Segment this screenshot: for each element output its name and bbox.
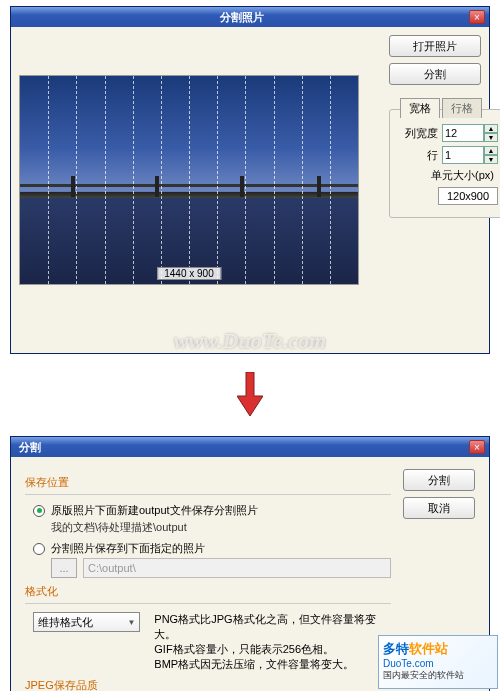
brand-domain: DuoTe.com xyxy=(383,658,493,669)
brand-tagline: 国内最安全的软件站 xyxy=(383,669,493,682)
col-width-label: 列宽度 xyxy=(398,126,438,141)
radio-custom-folder[interactable] xyxy=(33,543,45,555)
radio1-path: 我的文档\待处理描述\output xyxy=(51,520,391,535)
group-format: 格式化 xyxy=(25,584,391,599)
titlebar[interactable]: 分割照片 × xyxy=(11,7,489,27)
close-icon[interactable]: × xyxy=(469,10,485,24)
tab-wide[interactable]: 宽格 xyxy=(400,98,440,118)
brand-a: 多特 xyxy=(383,641,409,656)
titlebar[interactable]: 分割 × xyxy=(11,437,489,457)
radio-output-folder[interactable] xyxy=(33,505,45,517)
spin-up-icon[interactable]: ▲ xyxy=(484,124,498,133)
window-title: 分割照片 xyxy=(15,10,469,25)
cell-size-label: 单元大小(px) xyxy=(398,168,494,183)
browse-button[interactable]: ... xyxy=(51,558,77,578)
format-select-value: 维持格式化 xyxy=(38,615,93,630)
brand-b: 软件站 xyxy=(409,641,448,656)
tab-row[interactable]: 行格 xyxy=(442,98,482,118)
spin-up-icon[interactable]: ▲ xyxy=(484,146,498,155)
group-save-location: 保存位置 xyxy=(25,475,391,490)
row-label: 行 xyxy=(398,148,438,163)
format-select[interactable]: 维持格式化 ▼ xyxy=(33,612,140,632)
split-button[interactable]: 分割 xyxy=(403,469,475,491)
format-description: PNG格式比JPG格式化之高，但文件容量将变大。 GIF格式容量小，只能表示25… xyxy=(154,612,391,672)
path-input[interactable] xyxy=(83,558,391,578)
site-badge: 多特软件站 DuoTe.com 国内最安全的软件站 xyxy=(378,635,498,689)
split-photo-window: 分割照片 × xyxy=(10,6,490,354)
row-input[interactable] xyxy=(442,146,484,164)
radio1-label: 原版照片下面新建output文件保存分割照片 xyxy=(51,503,258,518)
chevron-down-icon: ▼ xyxy=(127,618,135,627)
arrow-down-icon xyxy=(10,372,490,418)
window-title: 分割 xyxy=(15,440,469,455)
photo-preview[interactable]: 1440 x 900 xyxy=(19,75,359,285)
image-dimensions: 1440 x 900 xyxy=(157,267,221,280)
close-icon[interactable]: × xyxy=(469,440,485,454)
spin-down-icon[interactable]: ▼ xyxy=(484,133,498,142)
split-button[interactable]: 分割 xyxy=(389,63,481,85)
group-jpeg-quality: JPEG保存品质 xyxy=(25,678,391,691)
radio2-label: 分割照片保存到下面指定的照片 xyxy=(51,541,205,556)
cancel-button[interactable]: 取消 xyxy=(403,497,475,519)
open-photo-button[interactable]: 打开照片 xyxy=(389,35,481,57)
col-width-input[interactable] xyxy=(442,124,484,142)
cell-size-value: 120x900 xyxy=(438,187,498,205)
spin-down-icon[interactable]: ▼ xyxy=(484,155,498,164)
